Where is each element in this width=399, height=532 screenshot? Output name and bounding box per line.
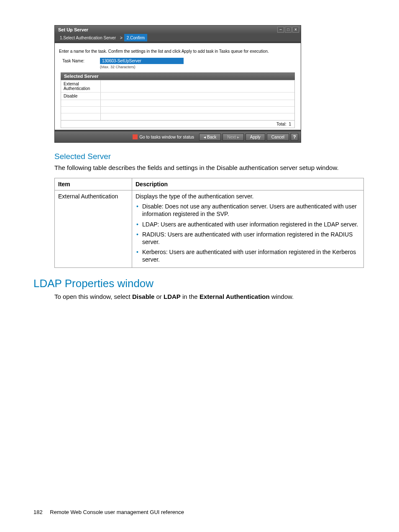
chapter-title: Remote Web Console user management GUI r… <box>50 509 184 515</box>
step-1[interactable]: 1.Select Authentication Server <box>57 34 118 41</box>
total-label: Total: <box>276 122 286 126</box>
table-row: External Authentication Displays the typ… <box>55 190 364 267</box>
table-row: Disable <box>61 93 294 100</box>
wizard-steps: 1.Select Authentication Server > 2.Confi… <box>55 34 301 41</box>
page-footer: 182 Remote Web Console user management G… <box>33 509 184 515</box>
list-item: LDAP: Users are authenticated with user … <box>136 219 360 229</box>
total-value: 1 <box>289 122 291 126</box>
task-name-label: Task Name: <box>62 58 96 63</box>
table-row <box>61 113 294 120</box>
section-heading-selected-server: Selected Server <box>54 152 366 161</box>
status-checkbox-label[interactable]: Go to tasks window for status <box>133 134 194 139</box>
selected-server-doc-table: Item Description External Authentication… <box>54 178 364 267</box>
close-icon[interactable]: × <box>292 27 299 33</box>
dialog-title: Set Up Server <box>58 27 88 32</box>
selected-server-header: Selected Server <box>61 72 295 80</box>
chevron-right-icon: ▸ <box>237 135 239 139</box>
list-item: Disable: Does not use any authentication… <box>136 201 360 219</box>
instruction-text: Enter a name for the task. Confirm the s… <box>59 46 297 58</box>
task-name-input[interactable] <box>100 58 184 64</box>
cell-item: External Authentication <box>55 190 132 267</box>
apply-button[interactable]: Apply <box>246 134 265 141</box>
chevron-left-icon: ◂ <box>204 135 206 139</box>
next-button[interactable]: Next ▸ <box>223 134 244 141</box>
table-row <box>61 100 294 107</box>
list-item: RADIUS: Users are authenticated with use… <box>136 229 360 247</box>
help-button[interactable]: ? <box>291 133 298 141</box>
list-item: Kerberos: Users are authenticated with u… <box>136 247 360 265</box>
checkbox-icon[interactable] <box>133 134 138 139</box>
maximize-icon[interactable]: □ <box>285 27 292 33</box>
table-row: External Authentication <box>61 80 294 93</box>
dialog-titlebar: Set Up Server – □ × <box>55 26 301 34</box>
cancel-button[interactable]: Cancel <box>267 134 289 141</box>
dialog-footer: Go to tasks window for status ◂ Back Nex… <box>55 130 301 142</box>
row-label: Disable <box>61 93 101 100</box>
back-button[interactable]: ◂ Back <box>199 134 221 141</box>
row-label: External Authentication <box>61 80 101 92</box>
cell-description: Displays the type of the authentication … <box>132 190 364 267</box>
total-row: Total: 1 <box>61 121 295 128</box>
step-separator: > <box>118 36 124 40</box>
selected-server-table: External Authentication Disable <box>61 80 295 121</box>
task-name-hint: (Max. 32 Characters) <box>100 65 184 69</box>
table-row <box>61 107 294 113</box>
col-header-description: Description <box>132 178 364 190</box>
section-heading-ldap: LDAP Properties window <box>33 277 366 290</box>
minimize-icon[interactable]: – <box>277 27 284 33</box>
ldap-paragraph: To open this window, select Disable or L… <box>54 293 366 301</box>
page-number: 182 <box>33 509 43 515</box>
col-header-item: Item <box>55 178 132 190</box>
section-paragraph: The following table describes the fields… <box>54 164 366 172</box>
step-2[interactable]: 2.Confirm <box>124 34 147 41</box>
setup-server-dialog: Set Up Server – □ × 1.Select Authenticat… <box>54 25 301 143</box>
